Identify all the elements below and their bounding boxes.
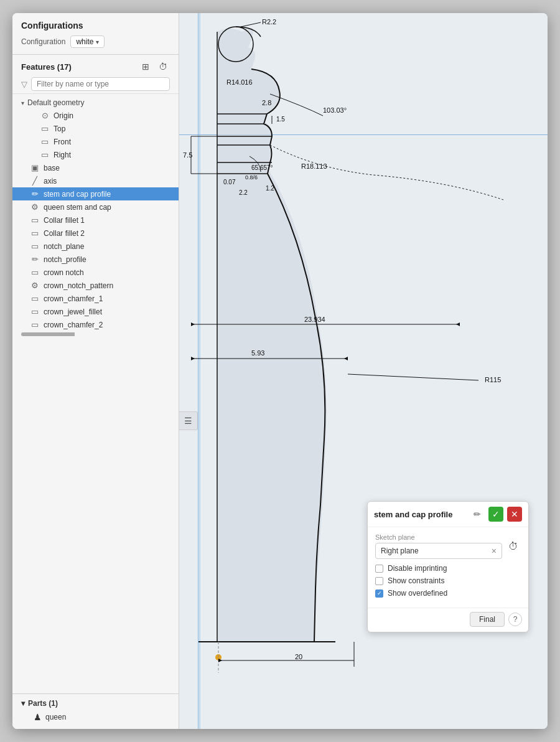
svg-text:7.5: 7.5 (183, 151, 192, 159)
sketch-plane-row: Sketch plane Right plane × ⏱ (375, 533, 521, 559)
top-label: Top (54, 124, 170, 133)
svg-text:65.657°: 65.657° (251, 164, 273, 171)
configuration-label: Configuration (21, 37, 65, 46)
svg-text:2.8: 2.8 (262, 99, 271, 106)
svg-text:R2.2: R2.2 (262, 18, 276, 26)
show-constraints-label: Show constraints (388, 576, 444, 585)
svg-text:103.03°: 103.03° (323, 106, 347, 114)
show-overdefined-checkbox[interactable]: ✓ (375, 589, 383, 598)
timer-icon[interactable]: ⏱ (156, 60, 170, 73)
tree-item-crown-jewel-fillet[interactable]: ▭ crown_jewel_fillet (12, 305, 179, 318)
show-overdefined-row[interactable]: ✓ Show overdefined (375, 589, 521, 598)
tree-item-axis[interactable]: ╱ axis (12, 174, 179, 187)
collar-fillet-1-label: Collar fillet 1 (44, 216, 170, 225)
chevron-down-icon-parts: ▾ (21, 699, 25, 708)
history-clock-icon[interactable]: ⏱ (506, 539, 521, 554)
origin-icon: ⊙ (40, 111, 50, 120)
svg-marker-29 (456, 322, 460, 326)
disable-imprinting-row[interactable]: Disable imprinting (375, 564, 521, 573)
confirm-button[interactable]: ✓ (488, 507, 503, 522)
base-label: base (44, 164, 170, 172)
svg-text:2.2: 2.2 (239, 189, 248, 196)
tree-item-queen-stem-cap[interactable]: ⚙ queen stem and cap (12, 200, 179, 214)
queen-part-icon: ♟ (34, 712, 42, 722)
queen-stem-cap-label: queen stem and cap (44, 203, 170, 212)
svg-marker-33 (344, 357, 348, 360)
extrude-icon-crown: ▭ (30, 268, 40, 277)
features-title: Features (17) (21, 62, 72, 72)
chamfer-icon-2: ▭ (30, 320, 40, 329)
tree-item-top[interactable]: ▭ Top (12, 122, 179, 135)
tree-item-crown-notch[interactable]: ▭ crown notch (12, 266, 179, 279)
add-feature-icon[interactable]: ⊞ (139, 60, 152, 73)
svg-text:20: 20 (295, 653, 302, 660)
feature-panel-header: stem and cap profile ✏ ✓ ✕ (368, 502, 528, 527)
help-button[interactable]: ? (508, 613, 522, 626)
tree-item-origin[interactable]: ⊙ Origin (12, 109, 179, 122)
configuration-value: white (76, 37, 93, 46)
svg-text:0.07: 0.07 (223, 179, 236, 186)
tree-item-right[interactable]: ▭ Right (12, 148, 179, 161)
origin-label: Origin (54, 111, 170, 120)
tree-item-base[interactable]: ▣ base (12, 161, 179, 174)
edit-sketch-icon[interactable]: ✏ (470, 507, 485, 522)
tree-item-notch-profile[interactable]: ✏ notch_profile (12, 253, 179, 266)
filter-input[interactable] (31, 77, 170, 91)
stem-cap-profile-label: stem and cap profile (44, 190, 170, 199)
show-constraints-row[interactable]: Show constraints (375, 576, 521, 585)
chamfer-icon-1: ▭ (30, 294, 40, 303)
svg-text:0.8/6: 0.8/6 (245, 174, 258, 181)
tree-item-notch-plane[interactable]: ▭ notch_plane (12, 240, 179, 253)
jewel-fillet-icon: ▭ (30, 307, 40, 316)
sketch-plane-label: Sketch plane (375, 533, 502, 541)
cancel-button[interactable]: ✕ (507, 507, 522, 522)
svg-text:R115: R115 (485, 376, 501, 383)
notch-profile-label: notch_profile (44, 255, 170, 264)
crown-chamfer-2-label: crown_chamfer_2 (44, 321, 170, 329)
tree-item-collar-fillet-2[interactable]: ▭ Collar fillet 2 (12, 227, 179, 240)
configuration-row: Configuration white ▾ (21, 35, 170, 48)
tree-item-collar-fillet-1[interactable]: ▭ Collar fillet 1 (12, 214, 179, 227)
revolve-icon-queen: ⚙ (30, 202, 40, 212)
default-geometry-section[interactable]: ▾ Default geometry (12, 96, 179, 109)
filter-icon: ▽ (21, 80, 27, 89)
sketch-icon-notch: ✏ (30, 255, 40, 264)
parts-section-label[interactable]: ▾ Parts (1) (21, 699, 170, 708)
crown-notch-label: crown notch (44, 268, 170, 277)
tree-item-stem-cap-profile[interactable]: ✏ stem and cap profile (12, 187, 179, 200)
configurations-section: Configurations Configuration white ▾ (12, 13, 179, 55)
final-button[interactable]: Final (470, 612, 505, 627)
clear-plane-icon[interactable]: × (492, 546, 497, 556)
configuration-select[interactable]: white ▾ (70, 35, 105, 48)
parts-section: ▾ Parts (1) ♟ queen (12, 693, 179, 729)
disable-imprinting-checkbox[interactable] (375, 565, 383, 573)
main-canvas[interactable]: ☰ (179, 13, 548, 729)
svg-marker-32 (191, 357, 195, 360)
sidebar: Configurations Configuration white ▾ Fea… (12, 13, 179, 729)
svg-line-10 (241, 22, 261, 27)
parts-item-queen[interactable]: ♟ queen (21, 710, 170, 724)
svg-text:1.5: 1.5 (276, 116, 285, 123)
tree-item-front[interactable]: ▭ Front (12, 135, 179, 148)
plane-icon-right: ▭ (40, 150, 50, 159)
svg-text:R18.113: R18.113 (301, 162, 327, 170)
tree-item-crown-chamfer-1[interactable]: ▭ crown_chamfer_1 (12, 292, 179, 305)
plane-icon-notch: ▭ (30, 242, 40, 251)
queen-part-label: queen (45, 713, 66, 721)
disable-imprinting-label: Disable imprinting (388, 564, 447, 573)
app-window: Configurations Configuration white ▾ Fea… (12, 13, 548, 729)
sketch-plane-field[interactable]: Right plane × (375, 543, 502, 559)
features-section-header: Features (17) ⊞ ⏱ ▽ (12, 55, 179, 94)
show-overdefined-label: Show overdefined (388, 589, 447, 598)
svg-text:5.93: 5.93 (251, 349, 264, 357)
show-constraints-checkbox[interactable] (375, 577, 383, 585)
plane-icon-front: ▭ (40, 137, 50, 146)
right-label: Right (54, 151, 170, 159)
tree-item-crown-notch-pattern[interactable]: ⚙ crown_notch_pattern (12, 279, 179, 292)
crown-jewel-fillet-label: crown_jewel_fillet (44, 308, 170, 316)
svg-text:23.934: 23.934 (304, 316, 325, 323)
tree-item-crown-chamfer-2[interactable]: ▭ crown_chamfer_2 (12, 318, 179, 331)
feature-panel-body: Sketch plane Right plane × ⏱ Disable imp… (368, 527, 528, 608)
svg-text:1.2: 1.2 (266, 185, 274, 192)
default-geometry-label: Default geometry (27, 98, 84, 107)
